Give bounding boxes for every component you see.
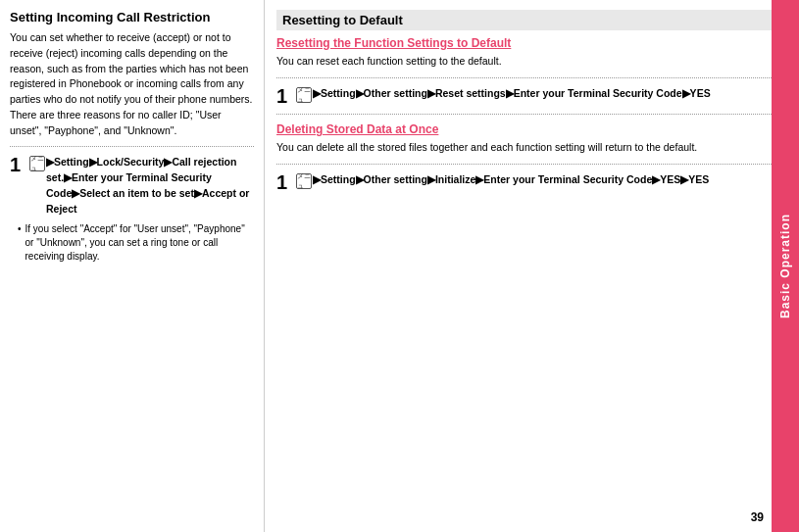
bullet-dot: •	[18, 222, 22, 236]
menu-icon-1: メニュ	[29, 156, 45, 171]
right-step-number-2: 1	[276, 172, 292, 192]
bullet-list: • If you select "Accept" for "User unset…	[10, 222, 254, 264]
page-number: 39	[751, 510, 764, 524]
bullet-item-1: • If you select "Accept" for "User unset…	[18, 222, 254, 264]
right-step-1-content: ▶Setting▶Other setting▶Reset settings▶En…	[313, 86, 789, 102]
right-step-2-content: ▶Setting▶Other setting▶Initialize▶Enter …	[313, 172, 789, 188]
step-number-1: 1	[10, 155, 25, 174]
left-step-1-content: ▶Setting▶Lock/Security▶Call rejection se…	[46, 155, 254, 217]
subsection-1-title: Resetting the Function Settings to Defau…	[276, 36, 789, 50]
right-step-2: 1 メニュ ▶Setting▶Other setting▶Initialize▶…	[276, 172, 789, 192]
left-step-1: 1 メニュ ▶Setting▶Lock/Security▶Call reject…	[10, 155, 254, 217]
right-step-number-1: 1	[276, 86, 292, 106]
right-panel-title: Resetting to Default	[276, 10, 789, 30]
right-panel: Resetting to Default Resetting the Funct…	[265, 0, 799, 532]
left-section-title: Setting Incoming Call Restriction	[10, 10, 254, 24]
menu-icon-3: メニュ	[296, 173, 312, 189]
menu-icon-2: メニュ	[296, 87, 312, 103]
main-content: Setting Incoming Call Restriction You ca…	[0, 0, 799, 532]
divider-4	[276, 164, 789, 165]
bullet-text: If you select "Accept" for "User unset",…	[25, 222, 254, 264]
left-section-body: You can set whether to receive (accept) …	[10, 30, 254, 138]
subsection-2-title: Deleting Stored Data at Once	[276, 122, 789, 136]
sidebar-label-text: Basic Operation	[778, 214, 792, 318]
left-panel: Setting Incoming Call Restriction You ca…	[0, 0, 265, 532]
sidebar-label: Basic Operation	[772, 0, 799, 532]
subsection-1-body: You can reset each function setting to t…	[276, 54, 789, 70]
divider-3	[276, 114, 789, 115]
right-step-1: 1 メニュ ▶Setting▶Other setting▶Reset setti…	[276, 86, 789, 106]
subsection-2-body: You can delete all the stored files toge…	[276, 140, 789, 156]
divider-2	[276, 77, 789, 78]
divider-1	[10, 146, 254, 147]
